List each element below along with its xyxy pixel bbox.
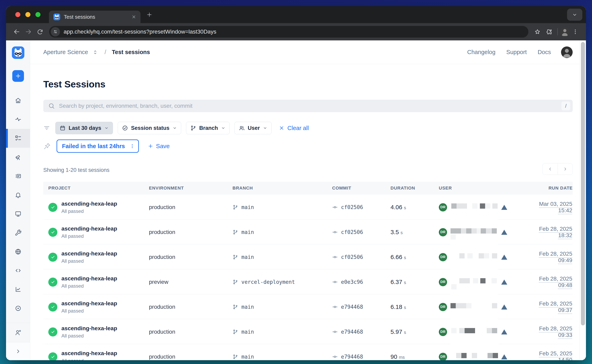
zoom-window-button[interactable] [35, 12, 40, 17]
session-status-label: Session status [131, 125, 169, 131]
browser-tab[interactable]: Test sessions [49, 11, 141, 23]
tab-close-icon[interactable] [131, 14, 136, 20]
clear-x-icon [279, 125, 284, 131]
sidebar-expand-button[interactable] [6, 342, 30, 360]
duration-value: 6.37 [390, 279, 402, 286]
search-icon [48, 103, 55, 109]
branch-name: main [241, 304, 254, 310]
clear-all-button[interactable]: Clear all [279, 125, 309, 131]
reload-button[interactable] [34, 26, 46, 38]
sidebar-item-status-pages[interactable] [6, 204, 30, 223]
sidebar-item-alerts[interactable] [6, 186, 30, 204]
forward-button[interactable] [23, 26, 34, 38]
scrollbar-thumb[interactable] [581, 42, 585, 325]
next-page-button[interactable] [558, 163, 572, 175]
git-branch-icon [233, 229, 238, 235]
chevron-down-icon [104, 126, 109, 130]
session-result-text: All passed [61, 283, 117, 289]
changelog-link[interactable]: Changelog [467, 49, 495, 55]
sidebar-item-home[interactable] [6, 91, 30, 110]
branch-filter[interactable]: Branch [186, 122, 230, 134]
user-avatar[interactable] [561, 46, 573, 58]
browser-tab-strip: Test sessions [6, 6, 586, 23]
window-controls [6, 12, 49, 17]
save-filter-button[interactable]: Save [148, 143, 170, 150]
user-initials-avatar: DR [439, 303, 447, 311]
column-project: PROJECT [48, 186, 149, 191]
duration-value: 3.5 [390, 229, 399, 236]
git-branch-icon [233, 254, 238, 260]
status-passed-icon [48, 327, 57, 337]
table-row[interactable]: ascending-hexa-leap All passed productio… [43, 244, 573, 269]
extensions-icon[interactable] [543, 26, 555, 38]
sidebar-item-monitoring[interactable] [6, 110, 30, 129]
date-range-filter[interactable]: Last 30 days [55, 122, 113, 134]
sidebar-item-test-sessions[interactable] [6, 129, 30, 148]
account-unfold-icon[interactable] [92, 49, 98, 55]
table-row[interactable]: ascending-hexa-leap All passed productio… [43, 294, 573, 319]
account-switcher[interactable]: Aperture Science [43, 49, 88, 55]
sidebar-item-private-locations[interactable] [6, 242, 30, 261]
duration-unit: s [404, 305, 406, 310]
back-button[interactable] [11, 26, 23, 38]
toolbar-separator [557, 28, 558, 35]
sidebar-item-maintenance[interactable] [6, 223, 30, 242]
table-row[interactable]: ascending-hexa-leap All passed productio… [43, 344, 573, 360]
vercel-icon [501, 255, 507, 260]
status-passed-icon [48, 303, 57, 312]
sidebar-item-invite-user[interactable] [6, 323, 30, 342]
page-scrollbar[interactable] [579, 40, 586, 360]
minimize-window-button[interactable] [25, 12, 30, 17]
vercel-icon [501, 230, 507, 235]
docs-link[interactable]: Docs [538, 49, 551, 55]
run-date-link[interactable]: Feb 28, 2025 09:49 [539, 251, 572, 263]
site-settings-icon[interactable] [51, 27, 60, 36]
table-row[interactable]: ascending-hexa-leap All passed productio… [43, 319, 573, 344]
address-bar[interactable]: app.checklyhq.com/test-sessions?presetWi… [49, 26, 528, 38]
support-link[interactable]: Support [506, 49, 527, 55]
git-branch-icon [233, 304, 238, 310]
checkly-logo[interactable] [12, 46, 24, 59]
save-label: Save [156, 143, 170, 150]
user-filter[interactable]: User [235, 122, 272, 134]
environment-value: production [149, 354, 175, 360]
kebab-menu-icon[interactable] [129, 143, 135, 149]
environment-value: production [149, 204, 175, 210]
run-date-link[interactable]: Mar 03, 2025 15:42 [539, 201, 572, 214]
create-new-button[interactable] [12, 70, 24, 82]
redacted-user-name [451, 344, 498, 360]
run-date-link[interactable]: Feb 28, 2025 18:32 [539, 226, 572, 238]
table-row[interactable]: ascending-hexa-leap All passed productio… [43, 195, 573, 220]
search-input[interactable]: Search by project, environment, branch, … [43, 100, 573, 112]
status-passed-icon [48, 253, 57, 262]
table-row[interactable]: ascending-hexa-leap All passed preview v… [43, 269, 573, 294]
tab-search-menu-button[interactable] [567, 9, 582, 21]
run-date-link[interactable]: Feb 28, 2025 09:37 [539, 300, 572, 313]
bookmark-star-icon[interactable] [531, 26, 543, 38]
new-tab-button[interactable] [146, 12, 153, 18]
saved-filter-button[interactable]: Failed in the last 24hrs [57, 139, 139, 153]
previous-page-button[interactable] [543, 163, 558, 175]
breadcrumb-page: Test sessions [112, 49, 150, 55]
close-window-button[interactable] [15, 12, 20, 17]
run-date-link[interactable]: Feb 25, 2025 14:50 [539, 350, 572, 360]
sidebar-item-checks[interactable] [6, 167, 30, 186]
user-initials-avatar: DR [439, 353, 447, 360]
duration-unit: s [404, 255, 406, 260]
sidebar-item-insights[interactable] [6, 299, 30, 318]
git-commit-icon [332, 254, 338, 260]
run-date-link[interactable]: Feb 28, 2025 09:48 [539, 276, 572, 288]
run-date-link[interactable]: Feb 28, 2025 09:33 [539, 325, 572, 338]
sidebar-item-explore[interactable] [6, 148, 30, 167]
session-status-filter[interactable]: Session status [118, 122, 181, 134]
vercel-icon [501, 329, 507, 334]
branch-name: vercel-deployment [241, 279, 295, 285]
sidebar-item-cli[interactable] [6, 261, 30, 280]
status-passed-icon [48, 352, 57, 360]
sidebar-item-dashboards[interactable] [6, 280, 30, 299]
filter-bar: Last 30 days Session status Branch [43, 122, 573, 134]
table-row[interactable]: ascending-hexa-leap All passed productio… [43, 220, 573, 244]
browser-profile-avatar[interactable] [560, 27, 569, 36]
browser-menu-icon[interactable] [569, 26, 581, 38]
chevron-down-icon [221, 126, 225, 130]
